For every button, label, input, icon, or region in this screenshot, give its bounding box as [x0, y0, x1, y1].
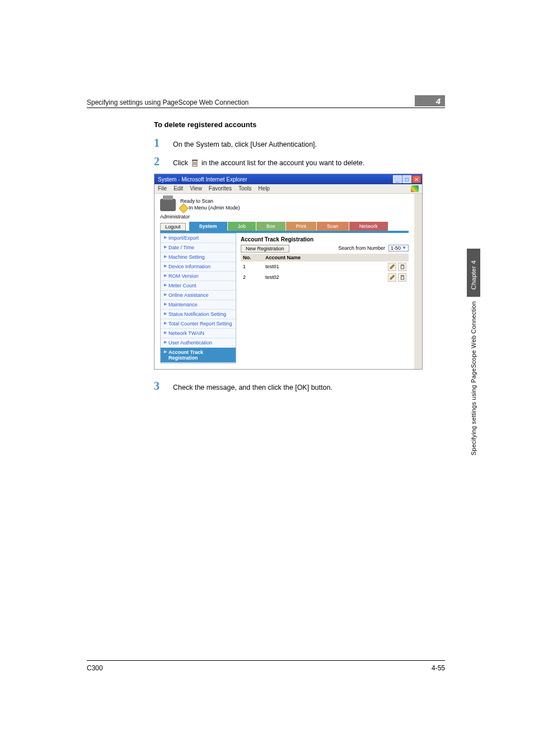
- step-text: Check the message, and then click the [O…: [173, 384, 332, 391]
- menu-file[interactable]: File: [158, 185, 167, 192]
- col-actions: [384, 254, 409, 262]
- search-label: Search from Number: [339, 245, 386, 251]
- sidebar-item-maintenance[interactable]: ▶Maintenance: [161, 300, 236, 310]
- status-line-1: Ready to Scan: [180, 198, 240, 205]
- cell-no: 2: [241, 272, 263, 283]
- step2-suffix: in the account list for the account you …: [202, 159, 364, 167]
- step2-prefix: Click: [173, 159, 188, 167]
- delete-button[interactable]: [398, 263, 406, 271]
- table-header-row: No. Account Name: [241, 254, 409, 262]
- chapter-badge: Chapter 4: [467, 249, 480, 297]
- close-button[interactable]: ✕: [412, 175, 421, 183]
- sidebar-item-import-export[interactable]: ▶Import/Export: [161, 234, 236, 243]
- step-number: 3: [154, 380, 163, 393]
- tab-job[interactable]: Job: [228, 222, 257, 231]
- menu-tools[interactable]: Tools: [238, 185, 251, 192]
- sidebar: ▶Import/Export ▶Date / Time ▶Machine Set…: [160, 233, 236, 363]
- content-block: To delete registered accounts 1 On the S…: [154, 120, 445, 393]
- sidebar-item-date-time[interactable]: ▶Date / Time: [161, 243, 236, 253]
- trash-icon: [191, 158, 199, 167]
- sidebar-item-rom-version[interactable]: ▶ROM Version: [161, 272, 236, 281]
- step-number: 1: [154, 137, 163, 150]
- menu-favorites[interactable]: Favorites: [209, 185, 232, 192]
- window-titlebar: System - Microsoft Internet Explorer _ □…: [154, 174, 422, 184]
- account-table: No. Account Name 1 test01: [241, 254, 409, 283]
- status-line-2: In Menu (Admin Mode): [189, 205, 240, 212]
- range-select[interactable]: 1-50▼: [388, 245, 409, 251]
- status-area: Ready to Scan In Menu (Admin Mode): [154, 194, 414, 214]
- menu-edit[interactable]: Edit: [174, 185, 183, 192]
- sidebar-item-total-counter-report[interactable]: ▶Total Counter Report Setting: [161, 319, 236, 329]
- new-registration-button[interactable]: New Registration: [241, 245, 289, 253]
- sidebar-item-online-assistance[interactable]: ▶Online Assistance: [161, 291, 236, 300]
- tab-scan[interactable]: Scan: [317, 222, 349, 231]
- footer-left: C300: [87, 664, 103, 672]
- section-heading: To delete registered accounts: [154, 120, 445, 129]
- page-footer: C300 4-55: [87, 660, 445, 672]
- ie-logo-icon: [411, 185, 419, 192]
- svg-rect-7: [401, 276, 404, 279]
- tab-print[interactable]: Print: [286, 222, 317, 231]
- side-tab: Chapter 4 Specifying settings using Page…: [467, 249, 480, 455]
- edit-button[interactable]: [388, 263, 396, 271]
- svg-rect-6: [401, 265, 404, 265]
- tab-box[interactable]: Box: [256, 222, 286, 231]
- right-pane: Account Track Registration New Registrat…: [241, 233, 409, 363]
- sidebar-item-meter-count[interactable]: ▶Meter Count: [161, 281, 236, 291]
- embedded-screenshot: System - Microsoft Internet Explorer _ □…: [154, 174, 423, 370]
- menu-bar: File Edit View Favorites Tools Help: [154, 184, 422, 194]
- svg-rect-5: [401, 265, 404, 269]
- sidebar-item-network-twain[interactable]: ▶Network TWAIN: [161, 329, 236, 338]
- sidebar-item-device-information[interactable]: ▶Device Information: [161, 262, 236, 272]
- cell-name: test01: [263, 262, 384, 272]
- sidebar-item-user-authentication[interactable]: ▶User Authentication: [161, 338, 236, 348]
- svg-rect-8: [401, 276, 404, 276]
- delete-button[interactable]: [398, 273, 406, 282]
- sidebar-item-status-notification[interactable]: ▶Status Notification Setting: [161, 310, 236, 319]
- table-row: 2 test02: [241, 272, 409, 283]
- side-title: Specifying settings using PageScope Web …: [470, 301, 477, 455]
- chevron-down-icon: ▼: [402, 245, 406, 250]
- page-header: Specifying settings using PageScope Web …: [87, 95, 445, 108]
- table-row: 1 test01: [241, 262, 409, 272]
- pane-title: Account Track Registration: [241, 236, 409, 242]
- step-text: On the System tab, click [User Authentic…: [173, 141, 317, 148]
- cell-no: 1: [241, 262, 263, 272]
- edit-button[interactable]: [388, 273, 396, 282]
- step-number: 2: [154, 155, 163, 168]
- browser-body: Ready to Scan In Menu (Admin Mode) Admin…: [154, 194, 422, 369]
- menu-view[interactable]: View: [190, 185, 202, 192]
- step-text: Click in the account list for the accoun…: [173, 158, 364, 167]
- step-1: 1 On the System tab, click [User Authent…: [154, 137, 445, 150]
- tab-network[interactable]: Network: [349, 222, 388, 231]
- printer-icon: [160, 199, 176, 211]
- section-number-badge: 4: [415, 95, 445, 106]
- step-3: 3 Check the message, and then click the …: [154, 380, 445, 393]
- window-buttons: _ □ ✕: [393, 175, 421, 183]
- tab-row: Logout System Job Box Print Scan Network: [154, 222, 414, 231]
- col-no: No.: [241, 254, 263, 262]
- admin-label: Administrator: [154, 214, 414, 222]
- sidebar-item-account-track-registration[interactable]: ▶Account Track Registration: [161, 348, 236, 363]
- menu-help[interactable]: Help: [258, 185, 270, 192]
- sidebar-item-machine-setting[interactable]: ▶Machine Setting: [161, 253, 236, 262]
- warning-icon: [179, 203, 189, 213]
- maximize-button[interactable]: □: [402, 175, 411, 183]
- step-2: 2 Click in the account list for the acco…: [154, 155, 445, 168]
- footer-right: 4-55: [432, 664, 445, 672]
- cell-name: test02: [263, 272, 384, 283]
- tab-system[interactable]: System: [189, 222, 228, 231]
- window-title: System - Microsoft Internet Explorer: [158, 176, 247, 183]
- chapter-label: Chapter 4: [470, 260, 477, 290]
- main-area: ▶Import/Export ▶Date / Time ▶Machine Set…: [154, 233, 414, 369]
- logout-button[interactable]: Logout: [160, 223, 186, 231]
- minimize-button[interactable]: _: [393, 175, 402, 183]
- breadcrumb: Specifying settings using PageScope Web …: [87, 99, 249, 106]
- svg-rect-1: [192, 160, 198, 161]
- col-account-name: Account Name: [263, 254, 384, 262]
- page-content: Specifying settings using PageScope Web …: [87, 95, 445, 398]
